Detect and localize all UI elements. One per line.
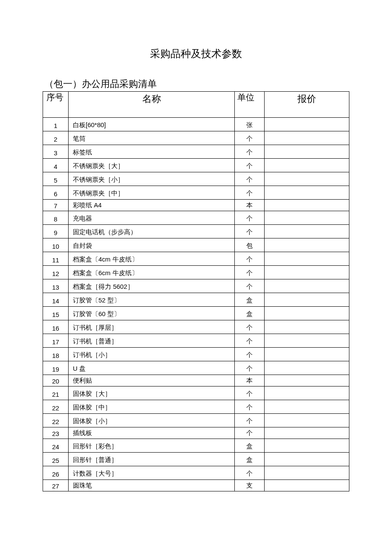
cell-unit: 个: [235, 252, 265, 266]
procurement-table: 序号 名称 单位 报价 1白板[60*80]张2笔筒个3标签纸个4不锈钢票夹［大…: [43, 91, 349, 491]
cell-name: 计数器［大号］: [69, 466, 235, 480]
cell-name: 彩喷纸 A4: [69, 200, 235, 211]
cell-unit: 盒: [235, 307, 265, 320]
cell-name: 便利贴: [69, 375, 235, 386]
cell-name: 圆珠笔: [69, 480, 235, 491]
cell-price: [265, 307, 349, 320]
cell-unit: 盒: [235, 293, 265, 307]
cell-price: [265, 480, 349, 491]
cell-seq: 27: [43, 480, 69, 491]
cell-price: [265, 200, 349, 211]
cell-unit: 个: [235, 225, 265, 238]
table-row: 5不锈钢票夹［小］个: [43, 172, 349, 186]
cell-price: [265, 293, 349, 307]
cell-name: U 盘: [69, 361, 235, 375]
cell-price: [265, 453, 349, 466]
cell-seq: 10: [43, 238, 69, 252]
cell-unit: 个: [235, 131, 265, 145]
cell-seq: 1: [43, 118, 69, 131]
cell-price: [265, 320, 349, 334]
cell-seq: 22: [43, 400, 69, 414]
cell-seq: 16: [43, 320, 69, 334]
cell-price: [265, 279, 349, 293]
cell-price: [265, 172, 349, 186]
header-price: 报价: [265, 92, 349, 118]
cell-name: 回形针［彩色］: [69, 439, 235, 453]
cell-seq: 9: [43, 225, 69, 238]
cell-name: 档案盒［得力 5602］: [69, 279, 235, 293]
cell-unit: 个: [235, 400, 265, 414]
cell-name: 档案盒〔4cm 牛皮纸〕: [69, 252, 235, 266]
cell-unit: 盒: [235, 439, 265, 453]
cell-unit: 个: [235, 334, 265, 348]
cell-seq: 3: [43, 145, 69, 159]
table-header-row: 序号 名称 单位 报价: [43, 92, 349, 118]
table-body: 1白板[60*80]张2笔筒个3标签纸个4不锈钢票夹［大］个5不锈钢票夹［小］个…: [43, 118, 349, 491]
cell-unit: 个: [235, 361, 265, 375]
cell-name: 自封袋: [69, 238, 235, 252]
cell-seq: 22: [43, 414, 69, 427]
cell-seq: 23: [43, 427, 69, 439]
table-row: 26计数器［大号］个: [43, 466, 349, 480]
cell-unit: 个: [235, 211, 265, 225]
cell-name: 插线板: [69, 427, 235, 439]
table-row: 25回形针［普通］盒: [43, 453, 349, 466]
table-row: 4不锈钢票夹［大］个: [43, 159, 349, 172]
section-subtitle: （包一）办公用品采购清单: [43, 78, 349, 90]
table-row: 18订书机［小］个: [43, 348, 349, 361]
cell-price: [265, 386, 349, 400]
cell-name: 回形针［普通］: [69, 453, 235, 466]
cell-unit: 支: [235, 480, 265, 491]
table-row: 23插线板个: [43, 427, 349, 439]
cell-name: 笔筒: [69, 131, 235, 145]
table-row: 14订胶管〔52 型〕盒: [43, 293, 349, 307]
cell-unit: 包: [235, 238, 265, 252]
table-row: 27圆珠笔支: [43, 480, 349, 491]
cell-unit: 张: [235, 118, 265, 131]
cell-seq: 14: [43, 293, 69, 307]
table-row: 7彩喷纸 A4本: [43, 200, 349, 211]
header-name: 名称: [69, 92, 235, 118]
cell-price: [265, 400, 349, 414]
cell-name: 订胶管〔60 型〕: [69, 307, 235, 320]
cell-seq: 26: [43, 466, 69, 480]
table-row: 1白板[60*80]张: [43, 118, 349, 131]
table-row: 24回形针［彩色］盒: [43, 439, 349, 453]
cell-price: [265, 334, 349, 348]
table-row: 12档案盒〔6cm 牛皮纸〕个: [43, 266, 349, 279]
cell-seq: 21: [43, 386, 69, 400]
cell-price: [265, 211, 349, 225]
cell-seq: 4: [43, 159, 69, 172]
cell-price: [265, 145, 349, 159]
header-unit: 单位: [235, 92, 265, 118]
table-row: 17订书机［普通］个: [43, 334, 349, 348]
table-row: 2笔筒个: [43, 131, 349, 145]
cell-unit: 个: [235, 279, 265, 293]
cell-seq: 6: [43, 186, 69, 200]
cell-price: [265, 118, 349, 131]
cell-unit: 个: [235, 320, 265, 334]
table-row: 8充电器个: [43, 211, 349, 225]
cell-unit: 盒: [235, 453, 265, 466]
document-page: 采购品种及技术参数 （包一）办公用品采购清单 序号 名称 单位 报价 1白板[6…: [0, 0, 392, 517]
table-row: 19U 盘个: [43, 361, 349, 375]
cell-unit: 个: [235, 414, 265, 427]
table-row: 6不锈钢票夹［中］个: [43, 186, 349, 200]
table-row: 16订书机［厚层］个: [43, 320, 349, 334]
cell-price: [265, 375, 349, 386]
cell-seq: 5: [43, 172, 69, 186]
cell-price: [265, 225, 349, 238]
cell-unit: 个: [235, 427, 265, 439]
cell-unit: 个: [235, 466, 265, 480]
cell-name: 不锈钢票夹［小］: [69, 172, 235, 186]
cell-seq: 12: [43, 266, 69, 279]
cell-price: [265, 252, 349, 266]
cell-seq: 24: [43, 439, 69, 453]
cell-unit: 个: [235, 266, 265, 279]
cell-name: 固体胶［大］: [69, 386, 235, 400]
cell-name: 充电器: [69, 211, 235, 225]
cell-price: [265, 266, 349, 279]
cell-name: 固体胶［中］: [69, 400, 235, 414]
table-row: 3标签纸个: [43, 145, 349, 159]
cell-unit: 本: [235, 375, 265, 386]
